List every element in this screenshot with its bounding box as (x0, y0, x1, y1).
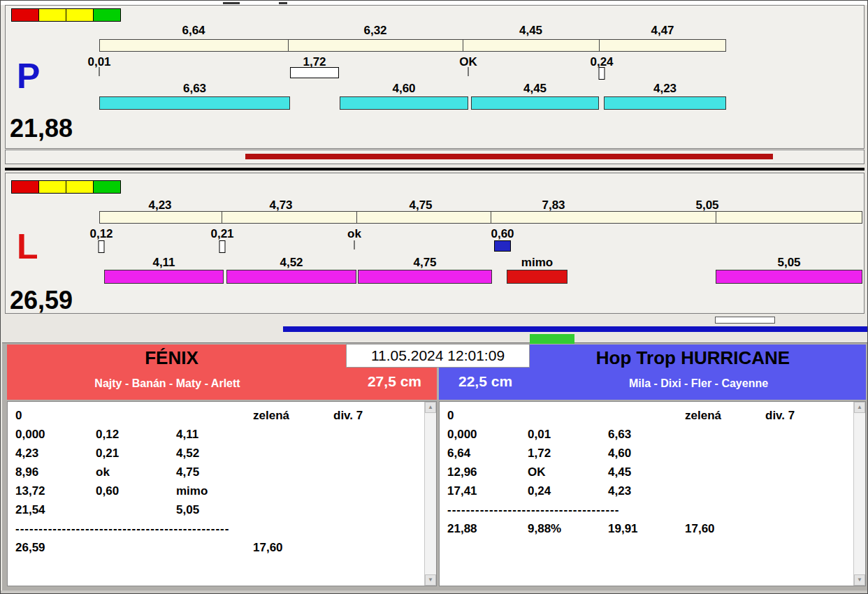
split-time-label: 5,05 (695, 198, 718, 212)
result-cell: zelená (685, 406, 765, 425)
start-lights (11, 8, 121, 22)
result-cell: 1,72 (528, 444, 608, 463)
change-marker (494, 240, 511, 252)
scroll-up-icon[interactable]: ▲ (854, 402, 865, 413)
split-time-label: 6,32 (363, 24, 386, 38)
result-cell: 17,60 (685, 519, 765, 538)
split-time-label: 4,75 (409, 198, 432, 212)
split-times-bar (99, 211, 862, 224)
split-segment (222, 212, 357, 223)
scroll-down-icon[interactable]: ▼ (425, 574, 436, 586)
dog-time-label: mimo (521, 256, 553, 270)
dog-time-label: 4,52 (280, 256, 303, 270)
start-light (66, 8, 94, 22)
race-clock: 11.05.2024 12:01:09 (346, 344, 530, 368)
result-cell: 4,60 (608, 444, 685, 463)
result-row: 6,641,724,60 (447, 444, 865, 463)
change-time-label: 0,12 (89, 227, 113, 241)
result-cell: 13,72 (15, 481, 96, 500)
jump-height: 27,5 cm (368, 373, 421, 390)
window-tab-mark (223, 2, 240, 4)
lane-divider (5, 168, 865, 171)
result-cell: 17,60 (253, 538, 333, 557)
lane-total-time: 21,88 (10, 116, 73, 141)
split-time-label: 4,47 (651, 24, 674, 38)
split-time-label: 4,45 (519, 24, 542, 38)
result-cell: 0 (447, 406, 528, 425)
result-cell: ok (96, 463, 176, 481)
dog-time-bar (604, 96, 726, 110)
results-scrollbar[interactable]: ▲ ▼ (424, 402, 436, 586)
change-marker (219, 240, 226, 253)
result-cell: mimo (176, 481, 253, 500)
result-row: ----------------------------------------… (15, 519, 436, 538)
right-lane-progress-bar (245, 154, 773, 159)
result-cell: OK (528, 463, 608, 481)
scroll-up-icon[interactable]: ▲ (425, 402, 436, 413)
tick-mark-icon (354, 240, 355, 249)
lane-letter: L (17, 229, 38, 264)
result-row: 0zelenádiv. 7 (15, 406, 436, 425)
result-cell: div. 7 (333, 406, 363, 425)
split-segment (463, 40, 600, 51)
change-marker (599, 67, 605, 80)
result-cell: 0,60 (96, 481, 176, 500)
jump-height: 22,5 cm (458, 373, 512, 390)
dog-time-label: 5,05 (777, 256, 800, 270)
white-marker-box (715, 317, 775, 324)
team-panel-left: FÉNIX Najty - Banán - Maty - Arlett 27,5… (7, 345, 437, 586)
start-light (38, 8, 66, 22)
change-time-label: 0,60 (491, 227, 514, 241)
window-tab-mark (279, 2, 287, 4)
result-cell: 4,23 (608, 481, 685, 500)
result-cell: 5,05 (176, 500, 253, 519)
dog-time-label: 4,11 (152, 256, 175, 270)
team-name: Hop Trop HURRICANE (479, 347, 868, 369)
dog-time-label: 4,45 (523, 82, 547, 96)
result-cell: 21,88 (447, 519, 528, 538)
lane-total-time: 26,59 (10, 288, 73, 313)
result-row: 0zelenádiv. 7 (447, 406, 865, 425)
result-row: 12,96OK4,45 (447, 463, 865, 481)
team-results-rows: 0zelenádiv. 70,0000,124,114,230,214,528,… (8, 402, 436, 557)
result-cell: 19,91 (608, 519, 685, 538)
tick-mark-icon (468, 67, 469, 76)
result-cell: 0,21 (96, 444, 176, 463)
split-segment (716, 212, 863, 223)
start-light (38, 180, 66, 194)
team-results-list: 0zelenádiv. 70,0000,016,636,641,724,6012… (439, 401, 866, 586)
tick-mark-icon (99, 67, 100, 76)
start-light (93, 8, 121, 22)
result-cell: 12,96 (447, 463, 528, 481)
result-cell: zelená (253, 406, 333, 425)
result-cell: 17,41 (447, 481, 528, 500)
dog-time-bar (507, 270, 567, 284)
result-row: ------------------------------------- (447, 500, 865, 519)
results-scrollbar[interactable]: ▲ ▼ (853, 402, 865, 586)
split-segment (357, 212, 491, 223)
split-segment (100, 212, 222, 223)
dog-time-bar (340, 96, 468, 110)
split-time-label: 7,83 (542, 198, 565, 212)
change-time-label: ok (347, 227, 361, 241)
team-name: FÉNIX (0, 347, 386, 369)
dog-time-bar (471, 96, 599, 110)
scroll-down-icon[interactable]: ▼ (854, 574, 865, 586)
dog-time-label: 4,23 (653, 82, 677, 96)
team-results-list: 0zelenádiv. 70,0000,124,114,230,214,528,… (7, 401, 437, 586)
split-times-bar (99, 39, 726, 52)
result-row: 8,96ok4,75 (15, 463, 436, 481)
split-segment (600, 40, 727, 51)
team-panel-right: Hop Trop HURRICANE Mila - Dixi - Fler - … (439, 345, 866, 586)
result-cell: 0,12 (96, 425, 176, 444)
start-light (11, 8, 39, 22)
split-segment (289, 40, 463, 51)
result-cell: 4,52 (176, 444, 253, 463)
result-cell: 0,000 (447, 425, 528, 444)
green-marker-box (530, 334, 574, 344)
result-cell: 4,45 (608, 463, 685, 481)
result-cell: 0,000 (15, 425, 96, 444)
result-row: 17,410,244,23 (447, 481, 865, 500)
split-time-label: 6,64 (182, 24, 205, 38)
team-results-rows: 0zelenádiv. 70,0000,016,636,641,724,6012… (440, 402, 865, 538)
